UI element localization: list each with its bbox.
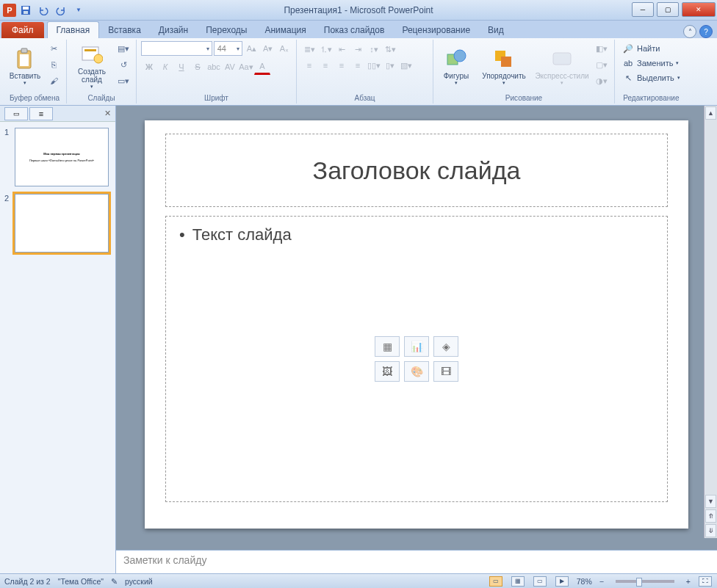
content-placeholder[interactable]: Текст слайда ▦ 📊 ◈ 🖼 🎨 🎞 bbox=[165, 216, 668, 502]
quick-styles-icon bbox=[550, 47, 574, 70]
font-color-icon[interactable]: A bbox=[254, 59, 270, 75]
new-slide-icon bbox=[80, 43, 104, 66]
scroll-down-icon[interactable]: ▼ bbox=[705, 495, 716, 508]
shapes-button[interactable]: Фигуры▾ bbox=[438, 41, 475, 91]
minimize-button[interactable]: ─ bbox=[632, 2, 654, 17]
shape-fill-icon[interactable]: ◧▾ bbox=[594, 41, 610, 56]
align-left-icon[interactable]: ≡ bbox=[301, 57, 317, 73]
find-button[interactable]: 🔎Найти bbox=[619, 41, 683, 56]
group-slides: Создать слайд▾ ▤▾ ↺ ▭▾ Слайды bbox=[67, 40, 137, 104]
zoom-value[interactable]: 78% bbox=[577, 577, 592, 586]
font-name-combo[interactable] bbox=[141, 41, 212, 56]
insert-clipart-icon[interactable]: 🎨 bbox=[404, 361, 429, 382]
qat-customize-icon[interactable]: ▼ bbox=[71, 2, 87, 18]
tab-view[interactable]: Вид bbox=[479, 22, 513, 38]
strike-icon[interactable]: S bbox=[190, 59, 206, 75]
maximize-button[interactable]: ▢ bbox=[657, 2, 679, 17]
status-language[interactable]: русский bbox=[125, 577, 153, 586]
paste-button[interactable]: Вставить▾ bbox=[7, 41, 43, 91]
tab-home[interactable]: Главная bbox=[47, 21, 100, 38]
copy-icon[interactable]: ⎘ bbox=[46, 57, 62, 72]
spellcheck-icon[interactable]: ✎ bbox=[111, 577, 118, 586]
ribbon-minimize-icon[interactable]: ˄ bbox=[683, 25, 696, 38]
text-direction-icon[interactable]: ⇅▾ bbox=[382, 41, 398, 57]
insert-chart-icon[interactable]: 📊 bbox=[404, 336, 429, 357]
justify-icon[interactable]: ≡ bbox=[350, 57, 366, 73]
undo-icon[interactable] bbox=[35, 2, 51, 18]
shadow-icon[interactable]: abc bbox=[206, 59, 222, 75]
tab-design[interactable]: Дизайн bbox=[150, 22, 197, 38]
zoom-out-icon[interactable]: − bbox=[599, 577, 604, 586]
slide-thumb[interactable]: 1 Моя первая презентацияПервые шаги «Dom… bbox=[4, 128, 111, 186]
insert-picture-icon[interactable]: 🖼 bbox=[375, 361, 400, 382]
clear-format-icon[interactable]: Aₓ bbox=[277, 41, 292, 56]
next-slide-icon[interactable]: ⤋ bbox=[705, 524, 716, 537]
align-right-icon[interactable]: ≡ bbox=[334, 57, 350, 73]
insert-media-icon[interactable]: 🎞 bbox=[433, 361, 458, 382]
file-tab[interactable]: Файл bbox=[1, 22, 44, 38]
insert-smartart-icon[interactable]: ◈ bbox=[433, 336, 458, 357]
replace-button[interactable]: abЗаменить▾ bbox=[619, 56, 683, 70]
inc-indent-icon[interactable]: ⇥ bbox=[350, 41, 366, 57]
slide-canvas[interactable]: Заголовок слайда Текст слайда ▦ 📊 ◈ 🖼 🎨 … bbox=[145, 120, 688, 529]
help-icon[interactable]: ? bbox=[699, 25, 713, 38]
font-size-combo[interactable]: 44 bbox=[214, 41, 243, 56]
layout-icon[interactable]: ▤▾ bbox=[115, 41, 131, 56]
bullets-icon[interactable]: ≣▾ bbox=[301, 41, 317, 57]
new-slide-label: Создать слайд bbox=[71, 68, 112, 84]
bold-icon[interactable]: Ж bbox=[141, 59, 157, 75]
tab-insert[interactable]: Вставка bbox=[99, 22, 150, 38]
tab-slideshow[interactable]: Показ слайдов bbox=[315, 22, 394, 38]
close-button[interactable]: ✕ bbox=[682, 2, 716, 17]
save-icon[interactable] bbox=[18, 2, 34, 18]
group-label: Буфер обмена bbox=[7, 94, 62, 104]
italic-icon[interactable]: К bbox=[157, 59, 173, 75]
tab-transitions[interactable]: Переходы bbox=[197, 22, 256, 38]
title-placeholder[interactable]: Заголовок слайда bbox=[165, 134, 668, 207]
group-label: Рисование bbox=[438, 94, 610, 104]
thumb-pane-tabs: ▭ ≡ ✕ bbox=[0, 106, 115, 122]
outline-tab-icon[interactable]: ≡ bbox=[29, 107, 53, 120]
spacing-icon[interactable]: AV bbox=[222, 59, 238, 75]
shape-effects-icon[interactable]: ◑▾ bbox=[594, 73, 610, 88]
notes-pane[interactable]: Заметки к слайду bbox=[116, 550, 717, 573]
slides-tab-icon[interactable]: ▭ bbox=[4, 107, 28, 120]
tab-animation[interactable]: Анимация bbox=[256, 22, 314, 38]
zoom-in-icon[interactable]: + bbox=[686, 577, 691, 586]
zoom-slider[interactable] bbox=[616, 580, 674, 583]
redo-icon[interactable] bbox=[53, 2, 69, 18]
slideshow-view-icon[interactable]: ▶ bbox=[555, 576, 569, 587]
align-text-icon[interactable]: ▯▾ bbox=[382, 57, 398, 73]
change-case-icon[interactable]: Aa▾ bbox=[238, 59, 254, 75]
new-slide-button[interactable]: Создать слайд▾ bbox=[71, 41, 112, 91]
select-button[interactable]: ↖Выделить▾ bbox=[619, 70, 683, 85]
tab-review[interactable]: Рецензирование bbox=[393, 22, 479, 38]
arrange-button[interactable]: Упорядочить▾ bbox=[478, 41, 530, 91]
group-label: Шрифт bbox=[141, 94, 292, 104]
columns-icon[interactable]: ▯▯▾ bbox=[366, 57, 382, 73]
numbering-icon[interactable]: ⒈▾ bbox=[317, 41, 334, 57]
underline-icon[interactable]: Ч bbox=[173, 59, 190, 75]
close-pane-icon[interactable]: ✕ bbox=[104, 109, 111, 118]
line-spacing-icon[interactable]: ↕▾ bbox=[366, 41, 382, 57]
reading-view-icon[interactable]: ▭ bbox=[533, 576, 547, 587]
reset-icon[interactable]: ↺ bbox=[115, 57, 131, 72]
fit-window-icon[interactable]: ⛶ bbox=[699, 576, 712, 587]
slide-thumb[interactable]: 2 bbox=[4, 194, 111, 253]
vertical-scrollbar[interactable]: ▲ ▼ ⤊ ⤋ bbox=[704, 106, 717, 538]
scroll-up-icon[interactable]: ▲ bbox=[705, 106, 716, 120]
dec-indent-icon[interactable]: ⇤ bbox=[334, 41, 350, 57]
shrink-font-icon[interactable]: A▾ bbox=[260, 41, 275, 56]
cut-icon[interactable]: ✂ bbox=[46, 41, 62, 56]
format-painter-icon[interactable]: 🖌 bbox=[46, 73, 62, 88]
quick-styles-button[interactable]: Экспресс-стили▾ bbox=[533, 41, 591, 91]
prev-slide-icon[interactable]: ⤊ bbox=[705, 509, 716, 523]
sorter-view-icon[interactable]: ▦ bbox=[511, 576, 525, 587]
normal-view-icon[interactable]: ▭ bbox=[489, 576, 502, 587]
section-icon[interactable]: ▭▾ bbox=[115, 73, 131, 88]
grow-font-icon[interactable]: A▴ bbox=[244, 41, 259, 56]
shape-outline-icon[interactable]: ▢▾ bbox=[594, 57, 610, 72]
smartart-icon[interactable]: ▧▾ bbox=[398, 57, 414, 73]
insert-table-icon[interactable]: ▦ bbox=[375, 336, 400, 357]
align-center-icon[interactable]: ≡ bbox=[317, 57, 334, 73]
